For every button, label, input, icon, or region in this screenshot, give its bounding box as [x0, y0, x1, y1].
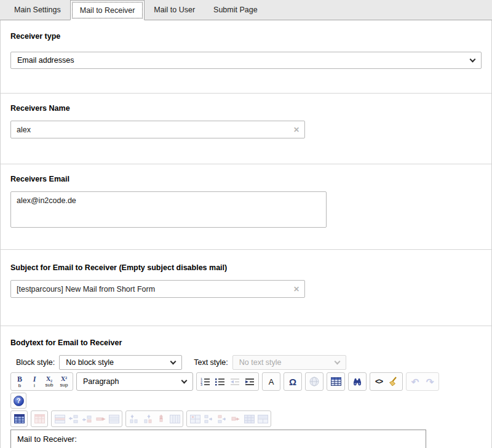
section-subject: Subject for Email to Receiver (Empty sub…	[1, 263, 491, 326]
section-receivers-email: Receivers Email alex@in2code.de	[1, 175, 491, 250]
col-split-icon	[170, 415, 180, 423]
outdent-button	[228, 374, 242, 390]
receivers-name-label: Receivers Name	[10, 104, 482, 113]
cell-properties-button	[188, 412, 202, 426]
receiver-type-select[interactable]: Email addresses	[10, 52, 482, 69]
cell-ops-group	[186, 410, 271, 427]
cell-delete-icon	[231, 415, 240, 423]
superscript-button[interactable]: X²sup	[57, 374, 71, 390]
tab-submit-page[interactable]: Submit Page	[204, 0, 267, 20]
rte-editor-area[interactable]: Mail to Receiver: {powermail_all}	[10, 430, 426, 448]
clear-icon[interactable]: ✕	[293, 126, 300, 134]
chevron-down-icon	[334, 358, 340, 364]
table-props-group	[10, 410, 28, 427]
tab-main-settings[interactable]: Main Settings	[5, 0, 70, 20]
receiver-type-label: Receiver type	[10, 32, 482, 41]
chevron-down-icon	[170, 358, 177, 364]
chevron-down-icon	[181, 377, 188, 383]
subscript-button[interactable]: X₂sub	[42, 374, 57, 390]
cell-properties-icon	[190, 415, 200, 423]
undo-button: ↶	[408, 374, 423, 390]
editor-line: Mail to Receiver:	[17, 434, 419, 444]
find-replace-button[interactable]	[350, 374, 365, 390]
cell-split-button	[256, 412, 269, 426]
col-split-button	[168, 412, 181, 426]
cell-insert-before-icon	[204, 415, 213, 423]
row-insert-under-button	[80, 412, 93, 426]
row-properties-button	[53, 412, 66, 426]
textcolor-button[interactable]: A	[264, 374, 279, 390]
row-delete-button	[93, 412, 107, 426]
cleanup-button[interactable]	[386, 374, 401, 390]
clear-icon[interactable]: ✕	[293, 286, 300, 293]
row-ops-group	[51, 410, 122, 427]
row-split-button	[107, 412, 121, 426]
paragraph-format-select[interactable]: Paragraph	[76, 372, 193, 391]
bodytext-label: Bodytext for Email to Receiver	[10, 338, 482, 347]
cell-insert-after-icon	[218, 415, 227, 423]
text-style-select: No text style	[232, 355, 346, 370]
svg-text:3: 3	[200, 383, 202, 386]
subject-input[interactable]	[10, 280, 305, 298]
view-source-button[interactable]: <>	[371, 374, 386, 390]
text-style-label: Text style:	[194, 358, 228, 367]
block-style-label: Block style:	[16, 358, 55, 367]
section-receiver-type: Receiver type Email addresses	[1, 32, 491, 94]
cell-merge-icon	[244, 415, 255, 423]
insert-link-button	[307, 374, 322, 390]
row-insert-under-icon	[82, 415, 92, 423]
cell-delete-button	[229, 412, 242, 426]
rte-toolbar-row3	[10, 410, 482, 427]
ordered-list-icon: 123	[200, 378, 210, 386]
row-insert-above-icon	[68, 415, 79, 423]
cell-split-icon	[258, 415, 268, 423]
special-char-button-group: Ω	[284, 372, 302, 391]
rte-toolbar-row1: Bb Ii X₂sub X²sup Paragraph 123	[10, 372, 482, 391]
rte-help-button[interactable]: ?	[10, 393, 26, 409]
col-insert-before-icon	[130, 414, 139, 423]
indent-button[interactable]	[242, 374, 257, 390]
bold-button[interactable]: Bb	[12, 374, 27, 390]
toggle-borders-button	[33, 412, 46, 426]
toggle-borders-icon	[34, 414, 45, 423]
special-character-button[interactable]: Ω	[285, 374, 300, 390]
insert-link-icon	[309, 377, 319, 386]
indent-icon	[245, 378, 255, 386]
ordered-list-button[interactable]: 123	[198, 374, 213, 390]
italic-button[interactable]: Ii	[27, 374, 42, 390]
form-panel: Receiver type Email addresses Receivers …	[0, 20, 492, 448]
table-properties-icon	[14, 414, 25, 423]
rte-style-row: Block style: No block style Text style: …	[10, 355, 482, 370]
find-replace-icon	[352, 377, 362, 386]
toggle-borders-group	[31, 410, 48, 427]
receivers-email-label: Receivers Email	[10, 175, 482, 183]
insert-table-icon	[331, 377, 341, 386]
find-button-group	[348, 372, 367, 391]
table-properties-button[interactable]	[12, 412, 26, 426]
tab-mail-to-receiver[interactable]: Mail to Receiver	[70, 0, 145, 20]
chevron-down-icon	[470, 56, 476, 62]
unordered-list-button[interactable]	[213, 374, 228, 390]
receivers-name-input[interactable]	[10, 121, 305, 138]
insert-table-button[interactable]	[328, 374, 343, 390]
list-button-group: 123	[196, 372, 259, 391]
undo-redo-group: ↶ ↷	[406, 372, 439, 391]
tab-mail-to-user[interactable]: Mail to User	[145, 0, 204, 20]
col-insert-before-button	[127, 412, 141, 426]
row-properties-icon	[55, 415, 65, 423]
subject-label: Subject for Email to Receiver (Empty sub…	[10, 263, 482, 272]
row-split-icon	[109, 415, 119, 423]
source-clean-group: <>	[370, 372, 403, 391]
receiver-type-value: Email addresses	[17, 56, 470, 65]
cell-insert-after-button	[215, 412, 229, 426]
row-insert-above-button	[66, 412, 80, 426]
format-button-group: Bb Ii X₂sub X²sup	[10, 372, 73, 391]
cleanup-icon	[388, 377, 399, 386]
block-style-select[interactable]: No block style	[59, 355, 182, 370]
section-receivers-name: Receivers Name ✕	[1, 104, 491, 164]
textcolor-button-group: A	[262, 372, 280, 391]
receivers-email-textarea[interactable]: alex@in2code.de	[10, 191, 327, 228]
cell-merge-button	[242, 412, 256, 426]
paragraph-format-value: Paragraph	[83, 377, 182, 386]
text-style-value: No text style	[239, 358, 335, 367]
